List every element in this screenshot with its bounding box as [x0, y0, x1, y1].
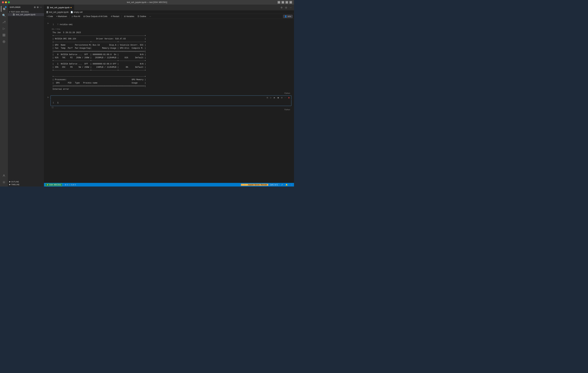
cell-2-editor[interactable]: 1 1	[51, 100, 291, 106]
sidebar: Explorer ⊕ ⊕ ··· ▾ TEST [SSH: MDC501] 📓 …	[8, 5, 44, 186]
breadcrumb-separator: ›	[69, 11, 70, 13]
tab-actions: ⚙ ⊟ ···	[280, 6, 294, 10]
status-jupyter-item[interactable]: ⚡ ⚡ Jupyter Server: Remote	[241, 184, 268, 186]
activity-jupyter[interactable]	[1, 39, 7, 45]
tab-modified-dot	[71, 7, 72, 8]
activity-account[interactable]	[1, 173, 7, 179]
tree-arrow-icon: ▾	[9, 11, 10, 13]
jupyter-icon: ⚡	[242, 184, 244, 186]
tab-more-icon[interactable]: ···	[289, 6, 293, 10]
breadcrumb-part-2[interactable]: empty cell	[74, 11, 83, 13]
xmx-label: xmx	[288, 15, 291, 18]
outline-button[interactable]: ☰ Outline	[136, 15, 147, 18]
cell-2-more-icon[interactable]: ···	[284, 96, 287, 99]
split-editor-icon[interactable]: ⊟	[284, 6, 288, 10]
toolbar-separator-1	[69, 15, 70, 18]
cell-2-run-button[interactable]: ▷	[47, 95, 50, 99]
sidebar-timeline[interactable]: ▶ TIMELINE	[8, 183, 44, 186]
cell-1-run-button[interactable]: ▷	[47, 21, 50, 25]
cell-2-run-above-icon[interactable]: ▷	[269, 96, 273, 99]
cell-2-run-icon[interactable]: ▶	[273, 96, 276, 99]
cell-2-lang: Python	[51, 109, 291, 111]
cell-1-code: ! nvidia-smi	[57, 23, 73, 26]
breadcrumb: 📓 test_ssh_jupyter.ipynb › 📄 empty cell	[44, 10, 294, 14]
activity-run[interactable]: ▷	[1, 26, 7, 31]
sidebar-new-file-icon[interactable]: ⊕	[34, 6, 36, 9]
sidebar-outline[interactable]: ▶ OUTLINE	[8, 180, 44, 183]
sidebar-header-icons: ⊕ ⊕ ···	[34, 6, 42, 9]
cell-1-line-number: 1	[53, 23, 54, 26]
outline-arrow-icon: ▶	[9, 181, 10, 183]
add-code-button[interactable]: + Code	[45, 15, 54, 18]
run-all-button[interactable]: ▷ Run All	[71, 15, 81, 18]
notebook-content[interactable]: ▷ 1 ! nvidia-smi [1] ✓ 0.1s	[44, 19, 294, 183]
sidebar-bottom: ▶ OUTLINE ▶ TIMELINE	[8, 180, 44, 186]
svg-rect-0	[3, 34, 4, 35]
cell-1-inner: 1 ! nvidia-smi	[51, 21, 291, 28]
window-title: test_ssh_jupyter.ipynb — test [SSH: MDC5…	[127, 1, 167, 3]
layout-icon-2[interactable]: ⊞	[282, 1, 284, 4]
activity-search[interactable]: 🔍	[1, 12, 7, 18]
layout-icon-1[interactable]: ⊟	[278, 1, 280, 4]
person-icon: 👤	[284, 15, 287, 18]
app-container: ⧉ 1 🔍 ⎇ ▷	[0, 5, 294, 186]
activity-bar-bottom	[1, 173, 7, 186]
svg-rect-2	[3, 35, 4, 36]
cell-2-code: 1	[57, 102, 59, 104]
clear-outputs-button[interactable]: ⊟ Clear Outputs of All Cells	[82, 15, 109, 18]
svg-rect-3	[4, 35, 5, 36]
cell-2: ▷ ⊟ ▷ ▶ ◼ ⊟ ··· 🗑	[47, 95, 291, 111]
error-circle-icon: ⊗	[65, 184, 66, 186]
minimize-button[interactable]	[5, 1, 7, 3]
sidebar-more-icon[interactable]: ···	[40, 6, 42, 9]
breadcrumb-part-1[interactable]: test_ssh_jupyter.ipynb	[49, 11, 69, 13]
notebook-file-icon: 📓	[12, 13, 15, 16]
notebook-toolbar: + Code + Markdown ▷ Run All ⊟ Clear Outp…	[44, 14, 294, 19]
status-account-icon[interactable]: 👤	[289, 184, 294, 186]
maximize-button[interactable]	[8, 1, 10, 3]
timeline-arrow-icon: ▶	[9, 183, 10, 186]
tab-notebook[interactable]: 📓 test_ssh_jupyter.ipynb	[44, 5, 74, 10]
status-errors-item[interactable]: ⊗ 0 ⚠ 0 ⇄ 0	[63, 183, 77, 186]
ports-icon: ⇄	[73, 184, 74, 186]
cell-2-clear-icon[interactable]: ⊟	[280, 96, 283, 99]
activity-settings[interactable]	[1, 179, 7, 185]
add-markdown-button[interactable]: + Markdown	[55, 15, 68, 18]
sidebar-new-folder-icon[interactable]: ⊕	[37, 6, 39, 9]
sidebar-header: Explorer ⊕ ⊕ ···	[8, 5, 44, 10]
cell-1-editor[interactable]: 1 ! nvidia-smi	[51, 22, 291, 28]
warning-triangle-icon: ⚠	[69, 184, 70, 186]
sidebar-file-item[interactable]: 📓 test_ssh_jupyter.ipynb	[8, 13, 44, 16]
cell-2-interrupt-icon[interactable]: ◼	[276, 96, 280, 99]
activity-extensions[interactable]	[1, 32, 7, 38]
cell-1-count: [1]	[52, 28, 54, 30]
toolbar-more-button[interactable]: ···	[148, 15, 152, 18]
status-cell-count-item: Cell 2 of 2	[268, 184, 279, 186]
toolbar-separator-2	[122, 15, 122, 18]
outline-label: OUTLINE	[11, 181, 19, 183]
activity-files[interactable]: ⧉ 1	[1, 6, 7, 12]
restart-button[interactable]: ↺ Restart	[109, 15, 121, 18]
close-button[interactable]	[2, 1, 4, 3]
svg-point-7	[3, 182, 4, 183]
sidebar-filename: test_ssh_jupyter.ipynb	[16, 13, 35, 16]
cell-1: ▷ 1 ! nvidia-smi [1] ✓ 0.1s	[47, 21, 291, 94]
activity-source-control[interactable]: ⎇	[1, 19, 7, 25]
status-ssh-item[interactable]: ⚡ SSH: MDC501	[44, 183, 63, 186]
layout-icon-4[interactable]: ⊟	[289, 1, 292, 4]
status-jupyter-label: ⚡ Jupyter Server: Remote	[245, 184, 267, 186]
layout-icon-3[interactable]: ⊟	[285, 1, 288, 4]
status-bar-right: ⚡ ⚡ Jupyter Server: Remote Cell 2 of 2 ⎇…	[241, 184, 294, 186]
cell-1-execution: [1] ✓ 0.1s	[51, 28, 291, 31]
variables-button[interactable]: ⊟ Variables	[123, 15, 136, 18]
status-branch-icon[interactable]: ⎇	[279, 184, 284, 186]
svg-rect-1	[4, 34, 5, 35]
cell-2-format-icon[interactable]: ⊟	[266, 96, 269, 99]
settings-icon[interactable]: ⚙	[280, 6, 284, 10]
status-ssh-label: ⚡ SSH: MDC501	[45, 183, 62, 186]
xmx-button[interactable]: 👤 xmx	[283, 15, 293, 18]
status-bell-icon[interactable]: 🔔	[284, 184, 289, 186]
sidebar-group-test[interactable]: ▾ TEST [SSH: MDC501]	[8, 10, 44, 13]
cell-2-delete-icon[interactable]: 🗑	[287, 96, 291, 99]
titlebar-right-icons: ⊟ ⊞ ⊟ ⊟	[278, 1, 292, 4]
